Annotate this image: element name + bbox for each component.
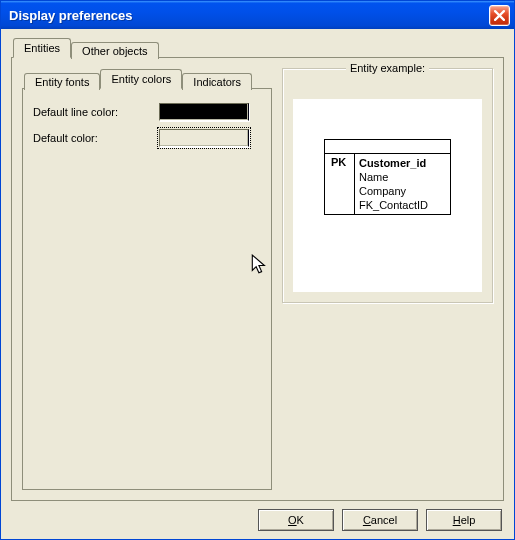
right-column: Entity example: PK Customer_id Name Comp… [282,68,493,490]
entity-field: Company [359,184,428,198]
sub-tabpanel: Default line color: Default color: [22,88,272,490]
tab-other-objects[interactable]: Other objects [71,42,158,59]
entity-fields: Customer_id Name Company FK_ContactID [355,154,450,214]
sub-tabs: Entity fonts Entity colors Indicators [24,68,272,88]
tab-entity-colors[interactable]: Entity colors [100,69,182,89]
row-line-color: Default line color: [33,103,261,121]
ok-button[interactable]: OK [258,509,334,531]
swatch-line-color[interactable] [159,103,249,121]
dialog-buttons: OK Cancel Help [11,501,504,531]
row-default-color: Default color: [33,129,261,147]
groupbox-legend: Entity example: [283,62,492,74]
entity-field: Customer_id [359,156,428,170]
entity-field: Name [359,170,428,184]
dialog-display-preferences: Display preferences Entities Other objec… [0,0,515,540]
groupbox-entity-example: Entity example: PK Customer_id Name Comp… [282,68,493,303]
entity-pk: PK [325,154,355,214]
main-tabpanel: Entity fonts Entity colors Indicators De… [11,57,504,501]
help-button[interactable]: Help [426,509,502,531]
entity-diagram: PK Customer_id Name Company FK_ContactID [324,139,451,215]
swatch-default-color[interactable] [159,129,249,147]
main-tabs: Entities Other objects [13,37,504,57]
titlebar: Display preferences [1,1,514,29]
entity-header [325,140,450,154]
label-line-color: Default line color: [33,106,159,118]
entity-body: PK Customer_id Name Company FK_ContactID [325,154,450,214]
entity-preview: PK Customer_id Name Company FK_ContactID [293,99,482,292]
tab-indicators[interactable]: Indicators [182,73,252,90]
entity-field: FK_ContactID [359,198,428,212]
client-area: Entities Other objects Entity fonts Enti… [1,29,514,539]
window-title: Display preferences [9,8,489,23]
close-icon[interactable] [489,5,510,26]
tab-entities[interactable]: Entities [13,38,71,58]
label-default-color: Default color: [33,132,159,144]
tab-entity-fonts[interactable]: Entity fonts [24,73,100,90]
left-column: Entity fonts Entity colors Indicators De… [22,68,272,490]
cancel-button[interactable]: Cancel [342,509,418,531]
